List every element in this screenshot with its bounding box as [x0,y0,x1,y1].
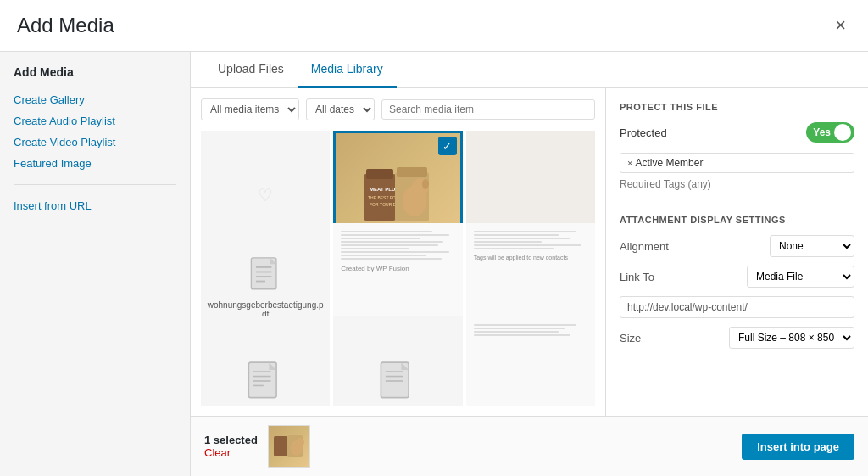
size-row: Size Full Size – 808 × 850 Large Medium … [620,327,854,349]
size-select[interactable]: Full Size – 808 × 850 Large Medium Thumb… [729,327,854,349]
add-media-modal: Add Media × Add Media Create Gallery Cre… [0,0,868,476]
tag-badge: × Active Member [627,157,703,169]
clear-link[interactable]: Clear [204,446,258,459]
sidebar-divider [14,184,176,185]
main-content: Upload Files Media Library All media ite… [191,52,868,476]
section-divider [620,204,854,204]
sidebar-item-featured-image[interactable]: Featured Image [0,153,190,174]
sidebar-item-insert-from-url[interactable]: Insert from URL [0,195,190,216]
modal-body: Add Media Create Gallery Create Audio Pl… [0,52,868,476]
selected-info-left: 1 selected Clear [204,425,310,468]
sidebar-item-create-gallery[interactable]: Create Gallery [0,89,190,110]
attachment-section-title: ATTACHMENT DISPLAY SETTINGS [620,215,854,225]
selected-count-clear: 1 selected Clear [204,434,258,459]
heart-icon: ♡ [258,185,273,205]
svg-rect-24 [274,436,287,456]
tab-media-library[interactable]: Media Library [298,52,397,88]
media-item-doc3[interactable] [333,316,462,406]
thumbnail-preview [268,425,310,468]
media-filters: All media items All dates [201,98,595,120]
sidebar-item-create-video-playlist[interactable]: Create Video Playlist [0,132,190,153]
svg-rect-1 [366,169,393,179]
svg-rect-6 [397,167,427,177]
tab-upload-files[interactable]: Upload Files [204,52,298,88]
tag-input-area[interactable]: × Active Member [620,153,854,173]
thumbnail-preview-wrap [268,425,310,468]
protect-row: Protected Yes [620,122,854,143]
sidebar-title: Add Media [0,65,190,89]
document-icon3 [377,361,418,401]
tag-remove-icon[interactable]: × [627,158,632,168]
link-to-select[interactable]: Media File Attachment Page Custom URL No… [747,266,854,288]
modal-title: Add Media [17,14,114,37]
tabs-bar: Upload Files Media Library [191,52,868,88]
bottom-bar: 1 selected Clear [191,416,868,476]
pdf-doc-icon: wohnungsgeberbestaetigung.pdf [203,256,327,319]
document-icon [245,256,286,297]
protect-section-title: PROTECT THIS FILE [620,102,854,112]
dog-food-thumbnail: MEAT PLUS THE BEST FOOD FOR YOUR BEST [359,157,436,233]
search-input[interactable] [381,99,595,120]
sidebar-item-create-audio-playlist[interactable]: Create Audio Playlist [0,110,190,132]
doc3-icon [377,361,418,401]
media-grid-area: All media items All dates ♡ [191,88,605,416]
protected-toggle[interactable]: Yes [806,122,854,143]
modal-header: Add Media × [0,0,868,52]
media-grid: ♡ MEAT PLUS THE BEST FOOD [201,131,595,406]
link-to-label: Link To [620,271,654,283]
content-area: All media items All dates ♡ [191,88,868,416]
selected-count: 1 selected [204,434,258,446]
close-button[interactable]: × [830,14,851,36]
required-tags-label: Required Tags (any) [620,178,854,190]
media-item-doc2[interactable] [201,316,330,406]
text-thumb3 [469,319,593,406]
thumbnail-dog-food [272,429,306,463]
media-item-text3[interactable] [466,316,595,406]
svg-point-27 [296,438,304,446]
selected-checkmark: ✓ [438,137,457,155]
date-filter[interactable]: All dates [306,98,375,120]
alignment-row: Alignment None Left Center Right [620,235,854,257]
url-field[interactable] [620,296,854,318]
toggle-circle [834,124,851,141]
media-type-filter[interactable]: All media items [201,98,299,120]
alignment-select[interactable]: None Left Center Right [770,235,854,257]
toggle-yes-label: Yes [813,126,831,138]
insert-into-page-button[interactable]: Insert into page [742,434,854,460]
document-icon2 [245,361,286,401]
doc2-icon [245,361,286,401]
right-panel: PROTECT THIS FILE Protected Yes × Active… [605,88,868,416]
sidebar: Add Media Create Gallery Create Audio Pl… [0,52,191,476]
size-label: Size [620,332,641,344]
svg-text:MEAT PLUS: MEAT PLUS [370,187,398,192]
alignment-label: Alignment [620,240,669,253]
svg-point-9 [422,179,429,189]
protected-label: Protected [620,126,667,139]
tag-label: Active Member [635,157,703,169]
link-to-row: Link To Media File Attachment Page Custo… [620,266,854,288]
